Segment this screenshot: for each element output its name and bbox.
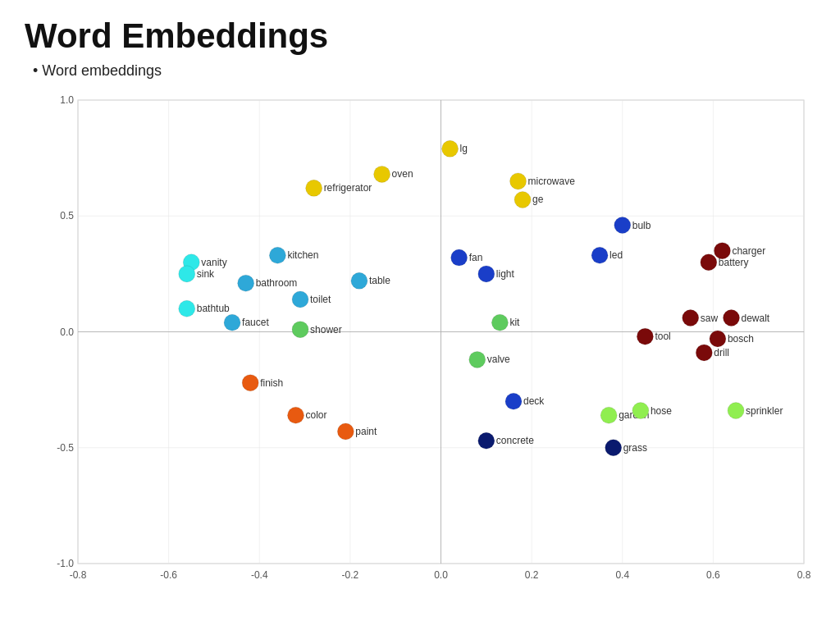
page: Word Embeddings • Word embeddings [0, 0, 840, 630]
bullet-text: • Word embeddings [33, 62, 815, 80]
page-title: Word Embeddings [25, 16, 815, 56]
chart-container [33, 88, 820, 588]
